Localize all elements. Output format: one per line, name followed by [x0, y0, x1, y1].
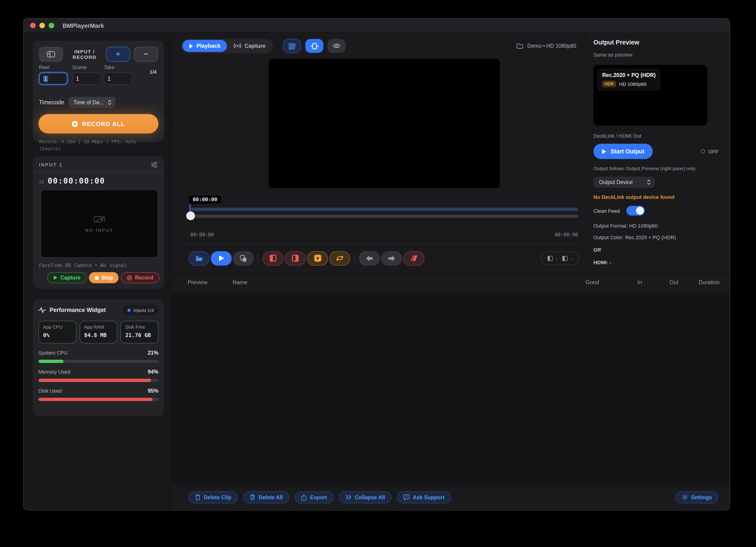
library-button[interactable]: [283, 39, 301, 53]
view-options-button[interactable]: [328, 39, 346, 53]
in-out-indicator: - -: [541, 252, 579, 265]
record-dot-icon: [127, 275, 132, 280]
sidebar-toggle-button[interactable]: [39, 47, 63, 62]
record-icon: [72, 121, 78, 127]
mark-in-button[interactable]: [263, 251, 283, 265]
output-overlay: Rec.2020 + PQ (HDR) HDR HD 1080p60: [597, 69, 661, 91]
arrow-right-icon: [388, 255, 395, 261]
delete-clip-button[interactable]: Delete Clip: [189, 491, 238, 503]
play-button[interactable]: [211, 251, 232, 265]
trash-all-icon: [250, 494, 255, 500]
take-input[interactable]: 1: [104, 72, 132, 85]
output-preview-title: Output Preview: [593, 39, 723, 46]
loop-button[interactable]: [329, 251, 350, 265]
time-end: 00:00:00: [555, 232, 578, 237]
delete-all-button[interactable]: Delete All: [243, 491, 289, 503]
input1-preview: NO INPUT: [41, 189, 158, 258]
library-icon: [289, 42, 296, 49]
fit-to-window-button[interactable]: [306, 39, 324, 53]
scrub-slider[interactable]: [190, 214, 578, 218]
zoom-window-button[interactable]: [49, 23, 54, 28]
reel-input[interactable]: 1: [39, 72, 68, 85]
col-duration: Duration: [699, 279, 720, 286]
chevron-updown-icon: [647, 179, 651, 185]
title-bar: BMPlayerMark: [24, 19, 730, 33]
record-all-button[interactable]: RECORD ALL: [38, 114, 158, 133]
export-button[interactable]: Export: [295, 491, 334, 503]
transport-controls: [189, 251, 424, 265]
play-range-icon: [314, 254, 321, 262]
footer-toolbar: Delete Clip Delete All Export Collapse A…: [172, 484, 730, 510]
performance-card: Performance Widget Inputs 1/4 App CPU 0%…: [33, 300, 164, 416]
meter-disk-used: Disk Used95%: [38, 388, 158, 401]
close-window-button[interactable]: [30, 23, 36, 28]
clean-feed-toggle[interactable]: [626, 206, 645, 215]
meter-system-cpu: System CPU21%: [38, 350, 158, 363]
tc-label: TC: [39, 180, 44, 184]
in-point-icon: [547, 256, 552, 261]
play-in-out-button[interactable]: [307, 251, 328, 265]
chevrons-right-icon: [346, 495, 352, 500]
collapse-all-button[interactable]: Collapse All: [339, 491, 392, 503]
open-folder-button[interactable]: [189, 251, 209, 265]
minimize-window-button[interactable]: [39, 23, 45, 28]
folder-icon: [517, 43, 524, 49]
next-clip-button[interactable]: [381, 251, 402, 265]
chat-question-icon: ?: [404, 494, 410, 500]
decklink-label: DeckLink / HDMI Out: [593, 133, 723, 139]
input1-card: INPUT 1 TC 00:00:00:00 NO INPUT FaceTime…: [33, 156, 164, 289]
settings-button[interactable]: Settings: [675, 491, 718, 503]
sidebar-panel-icon: [47, 51, 55, 57]
previous-clip-button[interactable]: [359, 251, 380, 265]
mark-out-button[interactable]: [285, 251, 306, 265]
timecode-mode-select[interactable]: Time of Da...: [69, 97, 115, 108]
mode-tabs: Playback Capture: [181, 39, 274, 53]
record-settings-info: Record: H.264 | 10 Mbps | FPS: Auto (Sou…: [39, 138, 158, 152]
broadcast-icon: [233, 43, 241, 49]
chevron-updown-icon: [107, 100, 112, 105]
output-device-select[interactable]: Output Device: [593, 177, 655, 188]
output-state-line: Off: [593, 247, 723, 252]
off-circle-icon: [701, 149, 705, 153]
gear-icon: [682, 494, 688, 500]
start-output-button[interactable]: Start Output: [593, 144, 653, 159]
performance-title: Performance Widget: [50, 307, 119, 314]
scrub-thumb[interactable]: [186, 211, 195, 220]
input-record-card: INPUT / RECORD + − Reel 1 Scene 1 Take 1…: [33, 41, 164, 142]
input-counter: 1/4: [149, 69, 157, 75]
output-color-line: Output Color: Rec.2020 + PQ (HDR): [593, 234, 723, 240]
scene-input[interactable]: 1: [72, 72, 101, 85]
remove-input-button[interactable]: −: [134, 47, 158, 62]
clip-table-header: Preview Name Good In Out Duration: [172, 273, 730, 292]
stat-app-ram: App RAM 84.8 MB: [79, 321, 117, 344]
col-preview: Preview: [188, 279, 207, 286]
clear-marks-button[interactable]: [403, 251, 424, 265]
stop-button[interactable]: Stop: [89, 272, 119, 283]
stop-icon: [95, 276, 99, 280]
meter-memory-used: Memory Used94%: [38, 369, 158, 382]
input-settings-icon[interactable]: [151, 162, 158, 168]
col-good: Good: [586, 279, 599, 286]
tab-playback[interactable]: Playback: [183, 40, 227, 52]
divider: [258, 253, 258, 263]
clean-feed-label: Clean Feed: [593, 208, 620, 213]
playhead[interactable]: [189, 204, 190, 212]
playback-viewport: [269, 59, 500, 188]
pip-button[interactable]: [233, 251, 254, 265]
output-preview-viewport: Rec.2020 + PQ (HDR) HDR HD 1080p60: [593, 65, 707, 126]
col-in: In: [637, 279, 642, 286]
out-point-indicator: -: [563, 255, 573, 261]
output-preview-panel: Output Preview Same as preview Rec.2020 …: [586, 32, 730, 272]
reel-label: Reel: [39, 64, 68, 70]
inputs-badge: Inputs 1/4: [123, 305, 158, 315]
input1-status: FaceTime HD Camera • No signal: [39, 262, 158, 268]
add-input-button[interactable]: +: [106, 47, 130, 62]
divider: [354, 253, 355, 263]
tab-capture[interactable]: Capture: [227, 43, 272, 49]
clip-table-body[interactable]: [172, 292, 730, 484]
timeline-track[interactable]: [190, 208, 578, 211]
output-state-indicator: OFF: [701, 148, 718, 154]
ask-support-button[interactable]: ? Ask Support: [397, 491, 451, 503]
capture-button[interactable]: Capture: [47, 272, 87, 283]
record-button[interactable]: Record: [121, 272, 159, 283]
